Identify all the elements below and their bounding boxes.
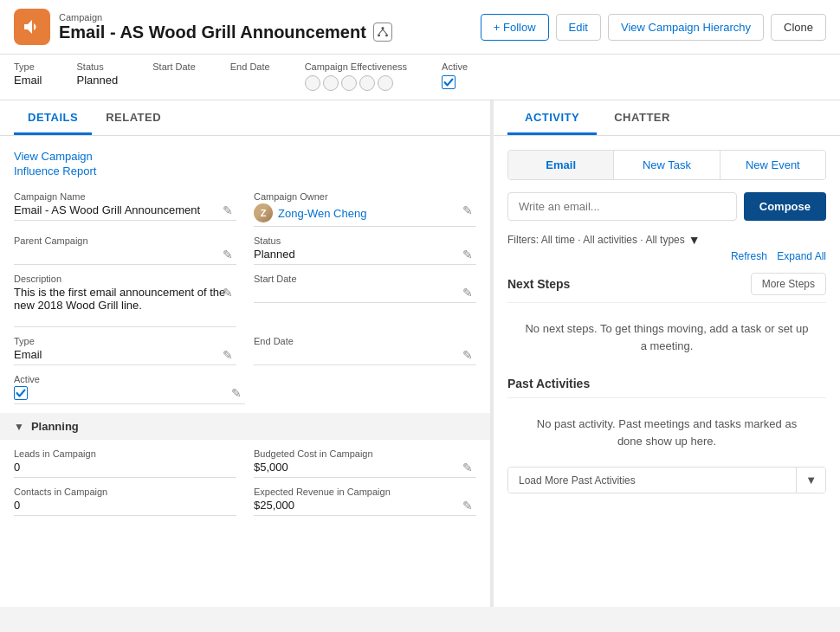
tab-related[interactable]: RELATED — [92, 100, 175, 135]
parent-edit-icon[interactable]: ✎ — [223, 248, 233, 261]
filter-row: Filters: All time · All activities · All… — [507, 233, 826, 247]
compose-button[interactable]: Compose — [744, 192, 826, 221]
filters-text: Filters: All time · All activities · All… — [507, 234, 685, 246]
leads-budget-row: Leads in Campaign 0 Budgeted Cost in Cam… — [14, 448, 476, 478]
effectiveness-dots — [305, 75, 407, 91]
status-label: Status — [77, 61, 119, 72]
parent-campaign-field: Parent Campaign ✎ — [14, 235, 236, 265]
type-edit-icon[interactable]: ✎ — [223, 348, 233, 362]
tab-chatter[interactable]: CHATTER — [597, 100, 688, 135]
budgeted-cost-label: Budgeted Cost in Campaign — [254, 448, 476, 459]
dot-3 — [341, 75, 357, 91]
campaign-owner-value: Z Zong-Wen Cheng — [254, 203, 476, 227]
megaphone-icon — [22, 16, 42, 37]
expand-all-link[interactable]: Expand All — [777, 250, 826, 262]
parent-campaign-label: Parent Campaign — [14, 235, 236, 246]
follow-button[interactable]: + Follow — [481, 14, 549, 41]
view-campaign-link[interactable]: View Campaign — [14, 150, 476, 163]
hierarchy-icon — [378, 27, 388, 37]
left-content: View Campaign Influence Report Campaign … — [0, 136, 490, 607]
svg-line-4 — [383, 29, 387, 34]
budgeted-edit-icon[interactable]: ✎ — [462, 461, 473, 474]
active-check-icon — [16, 388, 26, 398]
description-edit-icon[interactable]: ✎ — [223, 286, 233, 300]
planning-section-header[interactable]: ▼ Planning — [0, 413, 490, 440]
svg-point-0 — [381, 27, 384, 29]
left-tab-bar: DETAILS RELATED — [0, 100, 490, 136]
description-field: Description This is the first email anno… — [14, 274, 236, 327]
end-date-field-value — [254, 348, 476, 365]
end-date-label: End Date — [230, 61, 270, 72]
leads-field: Leads in Campaign 0 — [14, 448, 236, 478]
right-tab-bar: ACTIVITY CHATTER — [494, 100, 840, 136]
more-steps-button[interactable]: More Steps — [751, 273, 826, 295]
tab-activity[interactable]: ACTIVITY — [507, 100, 597, 135]
revenue-edit-icon[interactable]: ✎ — [462, 499, 473, 513]
header-actions: + Follow Edit View Campaign Hierarchy Cl… — [481, 14, 826, 41]
status-field-label: Status — [254, 235, 476, 246]
svg-point-2 — [385, 34, 388, 36]
active-edit-icon[interactable]: ✎ — [231, 386, 242, 400]
next-steps-title: Next Steps — [507, 277, 570, 291]
campaign-name-edit-icon[interactable]: ✎ — [223, 203, 233, 217]
owner-name[interactable]: Zong-Wen Cheng — [278, 207, 366, 220]
meta-row: Type Email Status Planned Start Date End… — [0, 55, 840, 100]
parent-campaign-value — [14, 248, 236, 265]
load-more-button[interactable]: Load More Past Activities — [508, 468, 797, 493]
contacts-field: Contacts in Campaign 0 — [14, 487, 236, 516]
active-field-row: Active ✎ — [14, 374, 476, 404]
campaign-owner-field: Campaign Owner Z Zong-Wen Cheng ✎ — [254, 191, 476, 227]
hierarchy-button[interactable] — [373, 23, 392, 42]
end-date-field: End Date ✎ — [254, 336, 476, 365]
record-type-label: Campaign — [59, 12, 392, 23]
start-date-edit-icon[interactable]: ✎ — [462, 286, 473, 300]
email-activity-btn[interactable]: Email — [508, 151, 614, 179]
status-meta: Status Planned — [77, 61, 119, 91]
budgeted-cost-field: Budgeted Cost in Campaign $5,000 ✎ — [254, 448, 476, 478]
campaign-icon — [14, 9, 50, 45]
action-row: Refresh Expand All — [507, 250, 826, 262]
check-icon — [443, 77, 454, 87]
page-header: Campaign Email - AS Wood Grill Announcem… — [0, 0, 840, 55]
active-checkbox[interactable] — [442, 75, 456, 89]
edit-button[interactable]: Edit — [556, 14, 601, 41]
planning-label: Planning — [31, 420, 79, 433]
past-activities-divider — [507, 397, 826, 398]
dot-1 — [305, 75, 320, 91]
compose-row: Compose — [507, 192, 826, 221]
load-more-dropdown[interactable]: ▼ — [797, 468, 825, 493]
refresh-link[interactable]: Refresh — [731, 250, 767, 262]
email-compose-input[interactable] — [507, 192, 737, 221]
clone-button[interactable]: Clone — [771, 14, 826, 41]
main-layout: DETAILS RELATED View Campaign Influence … — [0, 100, 840, 607]
next-steps-empty-text: No next steps. To get things moving, add… — [507, 312, 826, 363]
status-value: Planned — [77, 74, 119, 87]
activity-buttons: Email New Task New Event — [507, 150, 826, 180]
expected-revenue-value: $25,000 — [254, 499, 476, 516]
expected-revenue-label: Expected Revenue in Campaign — [254, 487, 476, 497]
active-field-checkbox[interactable] — [14, 386, 28, 400]
next-steps-section: Next Steps More Steps — [507, 273, 826, 295]
campaign-name-label: Campaign Name — [14, 191, 236, 202]
tab-details[interactable]: DETAILS — [14, 100, 92, 135]
campaign-name-value: Email - AS Wood Grill Announcement — [14, 203, 236, 221]
new-task-btn[interactable]: New Task — [614, 151, 720, 179]
owner-edit-icon[interactable]: ✎ — [462, 203, 473, 217]
dot-5 — [378, 75, 393, 91]
left-panel: DETAILS RELATED View Campaign Influence … — [0, 100, 494, 607]
status-edit-icon[interactable]: ✎ — [462, 248, 473, 261]
influence-report-link[interactable]: Influence Report — [14, 164, 476, 177]
view-hierarchy-button[interactable]: View Campaign Hierarchy — [608, 14, 764, 41]
type-field-value: Email — [14, 348, 236, 365]
active-meta: Active — [442, 61, 468, 91]
description-value: This is the first email announcement of … — [14, 286, 236, 327]
filter-icon[interactable]: ▼ — [688, 233, 701, 247]
view-links: View Campaign Influence Report — [14, 150, 476, 177]
active-field: Active ✎ — [14, 374, 245, 404]
new-event-btn[interactable]: New Event — [720, 151, 825, 179]
end-date-edit-icon[interactable]: ✎ — [462, 348, 473, 362]
start-date-field-label: Start Date — [254, 274, 476, 284]
end-date-field-label: End Date — [254, 336, 476, 346]
budgeted-cost-value: $5,000 — [254, 461, 476, 478]
right-content: Email New Task New Event Compose Filters… — [494, 136, 840, 607]
